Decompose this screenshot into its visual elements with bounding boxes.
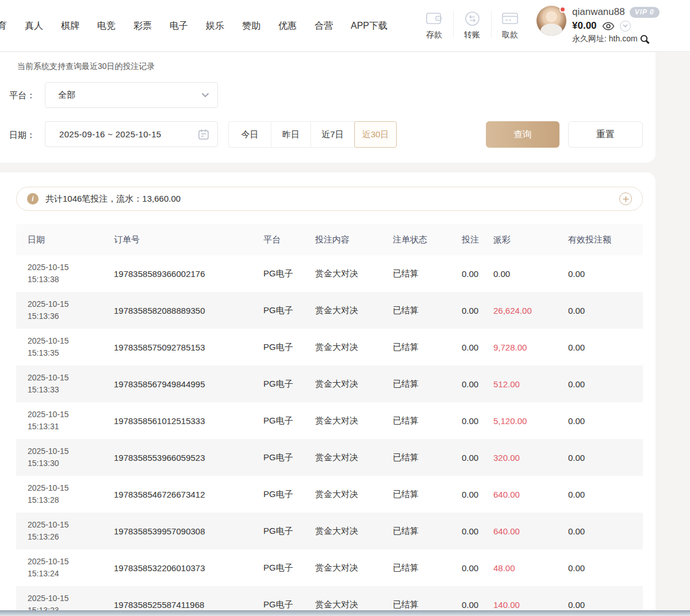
chevron-down-circle-icon[interactable] — [620, 21, 631, 32]
quick-action-label: 取款 — [502, 30, 518, 40]
cell-valid-amount: 0.00 — [557, 600, 643, 610]
cell-platform: PG电子 — [252, 563, 304, 573]
nav-item[interactable]: 娱乐 — [206, 20, 224, 32]
cell-date: 2025-10-1515:13:28 — [16, 482, 102, 506]
reset-button[interactable]: 重置 — [568, 121, 643, 148]
cell-status: 已结算 — [381, 268, 450, 279]
nav-item[interactable]: 合营 — [315, 20, 333, 32]
nav-item[interactable]: APP下载 — [351, 20, 388, 32]
cell-bet-content: 赏金大对决 — [304, 379, 381, 390]
quick-action-label: 转账 — [464, 30, 480, 40]
quick-action-wallet[interactable]: 存款 — [415, 7, 453, 40]
nav-item[interactable]: 电子 — [170, 20, 188, 32]
column-header: 投注 — [450, 234, 482, 245]
cell-bet-amount: 0.00 — [450, 269, 482, 279]
transfer-icon — [465, 11, 480, 26]
cell-payout: 5,120.00 — [482, 416, 557, 426]
nav-item[interactable]: 优惠 — [278, 20, 297, 32]
cell-status: 已结算 — [381, 305, 450, 316]
cell-date: 2025-10-1515:13:31 — [16, 409, 102, 433]
date-range-value: 2025-09-16 ~ 2025-10-15 — [59, 129, 198, 139]
column-header: 派彩 — [482, 234, 557, 245]
quick-action-transfer[interactable]: 转账 — [453, 7, 491, 40]
cell-payout: 0.00 — [482, 269, 557, 279]
quick-range-button[interactable]: 近30日 — [354, 121, 397, 148]
cell-bet-content: 赏金大对决 — [304, 452, 381, 463]
cell-valid-amount: 0.00 — [557, 563, 643, 573]
cell-status: 已结算 — [381, 489, 450, 500]
expand-plus-icon[interactable] — [619, 192, 632, 205]
cell-payout: 640.00 — [482, 490, 557, 499]
eye-icon[interactable] — [602, 22, 615, 30]
platform-value: 全部 — [58, 90, 201, 101]
cell-order-number: 1978358553966059523 — [102, 453, 252, 463]
avatar[interactable] — [536, 6, 566, 36]
column-header: 注单状态 — [381, 234, 450, 245]
cell-valid-amount: 0.00 — [557, 490, 643, 499]
nav-item[interactable]: 真人 — [25, 20, 43, 32]
cell-status: 已结算 — [381, 599, 450, 610]
cell-valid-amount: 0.00 — [557, 306, 643, 315]
cell-platform: PG电子 — [252, 415, 304, 426]
table-row: 2025-10-1515:13:241978358532206010373PG电… — [16, 549, 643, 586]
chevron-down-icon — [201, 93, 209, 98]
cell-bet-content: 赏金大对决 — [304, 415, 381, 426]
user-info: qianwanu88 VIP 0 ¥0.00 永久网址: hth.com — [572, 6, 660, 45]
table-row: 2025-10-1515:13:311978358561012515333PG电… — [16, 402, 643, 439]
cell-date: 2025-10-1515:13:30 — [16, 445, 102, 469]
platform-label: 平台： — [9, 90, 35, 101]
cell-status: 已结算 — [381, 563, 450, 573]
nav-item[interactable]: 体育 — [0, 20, 7, 32]
date-label: 日期： — [9, 130, 35, 141]
column-header: 平台 — [252, 234, 304, 245]
query-button[interactable]: 查询 — [486, 121, 559, 148]
quick-action-card[interactable]: 取款 — [491, 7, 529, 40]
date-range-input[interactable]: 2025-09-16 ~ 2025-10-15 — [45, 121, 218, 147]
quick-range-button[interactable]: 近7日 — [310, 121, 355, 148]
cell-order-number: 1978358589366002176 — [102, 269, 252, 279]
cell-order-number: 1978358567949844995 — [102, 379, 252, 389]
records-panel: i 共计1046笔投注，流水：13,660.00 日期订单号平台投注内容注单状态… — [0, 172, 656, 616]
cell-bet-amount: 0.00 — [450, 563, 482, 573]
cell-valid-amount: 0.00 — [557, 269, 643, 279]
table-row: 2025-10-1515:13:301978358553966059523PG电… — [16, 439, 643, 476]
cell-payout: 48.00 — [482, 563, 557, 573]
nav-item[interactable]: 棋牌 — [61, 20, 79, 32]
cell-bet-content: 赏金大对决 — [304, 342, 381, 353]
main-nav: 体育真人棋牌电竞彩票电子娱乐赞助优惠合营APP下载 — [0, 0, 388, 52]
platform-select[interactable]: 全部 — [45, 82, 218, 108]
cell-bet-content: 赏金大对决 — [304, 526, 381, 537]
quick-range-group: 今日昨日近7日近30日 — [228, 121, 397, 148]
cell-status: 已结算 — [381, 452, 450, 463]
permanent-url[interactable]: 永久网址: hth.com — [572, 34, 638, 44]
table-body: 2025-10-1515:13:381978358589366002176PG电… — [16, 255, 643, 616]
vip-badge: VIP 0 — [630, 7, 660, 18]
card-icon — [501, 11, 519, 26]
search-icon[interactable] — [640, 34, 650, 44]
user-area: qianwanu88 VIP 0 ¥0.00 永久网址: hth.com — [536, 6, 660, 45]
nav-item[interactable]: 赞助 — [242, 20, 260, 32]
quick-range-button[interactable]: 昨日 — [271, 121, 311, 148]
online-dot — [559, 6, 566, 13]
table-row: 2025-10-1515:13:351978358575092785153PG电… — [16, 329, 643, 365]
summary-text: 共计1046笔投注，流水：13,660.00 — [45, 194, 619, 205]
cell-valid-amount: 0.00 — [557, 379, 643, 389]
cell-platform: PG电子 — [252, 599, 304, 610]
nav-item[interactable]: 电竞 — [97, 20, 116, 32]
cell-bet-amount: 0.00 — [450, 526, 482, 536]
nav-item[interactable]: 彩票 — [133, 20, 152, 32]
cell-valid-amount: 0.00 — [557, 453, 643, 463]
cell-date: 2025-10-1515:13:24 — [16, 556, 102, 580]
column-header: 订单号 — [102, 234, 252, 245]
username: qianwanu88 — [572, 6, 625, 18]
cell-bet-amount: 0.00 — [450, 600, 482, 610]
query-notice: 当前系统支持查询最近30日的投注记录 — [17, 61, 155, 72]
table-row: 2025-10-1515:13:281978358546726673412PG电… — [16, 476, 643, 513]
cell-platform: PG电子 — [252, 379, 304, 390]
cell-date: 2025-10-1515:13:33 — [16, 372, 102, 396]
quick-range-button[interactable]: 今日 — [228, 121, 271, 148]
summary-bar: i 共计1046笔投注，流水：13,660.00 — [16, 187, 643, 211]
cell-bet-content: 赏金大对决 — [304, 305, 381, 316]
table-row: 2025-10-1515:13:261978358539957090308PG电… — [16, 513, 643, 549]
cell-platform: PG电子 — [252, 526, 304, 537]
